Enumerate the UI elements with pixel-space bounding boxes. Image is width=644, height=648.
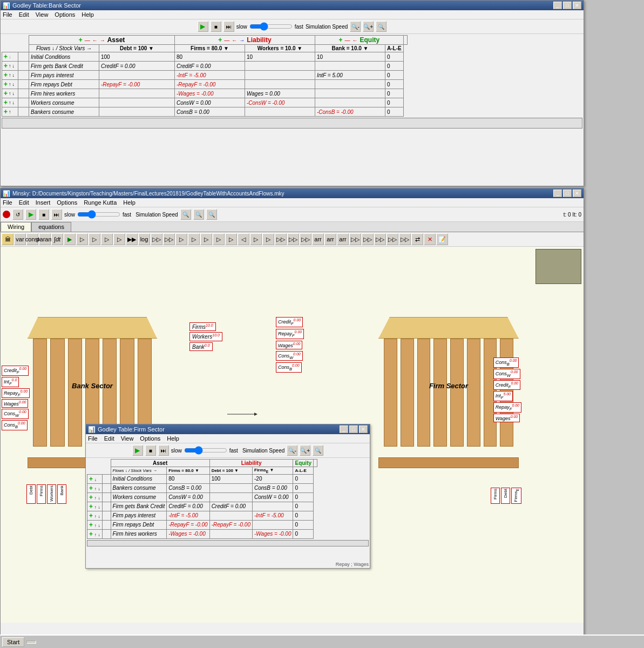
workers-account-box[interactable]: Workers10.0 [189, 332, 222, 341]
row1-add[interactable]: + [4, 53, 8, 60]
tool3-icon[interactable]: ▷ [101, 233, 113, 245]
mini-preview[interactable] [535, 249, 581, 284]
fr2-down[interactable]: ↓ [98, 487, 100, 491]
liab-minus-btn[interactable]: — [224, 37, 229, 43]
consw-center-box[interactable]: ConsW0.00 [276, 351, 303, 361]
godley-icon[interactable]: 🏛 [2, 233, 13, 245]
consb-right-box[interactable]: ConsB0.00 [493, 357, 519, 368]
tool9-icon[interactable]: ▷ [188, 233, 200, 245]
row3-up[interactable]: ↑ [9, 72, 11, 78]
firm-minimize[interactable]: _ [340, 426, 348, 433]
arr5-icon[interactable]: ▷▷ [362, 233, 374, 245]
tool5-icon[interactable]: ▶▶ [126, 233, 138, 245]
firm-zoom-in[interactable]: 🔍+ [300, 445, 310, 456]
firm-stop[interactable]: ■ [145, 445, 156, 456]
minsky-minimize[interactable]: _ [553, 190, 562, 197]
minsky-speed-slider[interactable] [77, 210, 120, 219]
arr4-icon[interactable]: ▷▷ [349, 233, 361, 245]
tool15-icon[interactable]: ▷ [262, 233, 274, 245]
fr6-down[interactable]: ↓ [98, 523, 100, 528]
repayf-right-box[interactable]: RepayF0.00 [493, 402, 521, 413]
workers-dropdown[interactable]: ▼ [297, 45, 302, 51]
equity-add-btn[interactable]: + [338, 36, 342, 44]
firm-maximize[interactable]: □ [349, 426, 358, 433]
fr3-add[interactable]: + [89, 494, 93, 501]
minimize-btn[interactable]: _ [553, 2, 562, 9]
firm-zoom-reset[interactable]: 🔍 [313, 445, 323, 456]
minsky-zoom-reset[interactable]: 🔍 [206, 209, 217, 220]
close-btn[interactable]: ✕ [573, 2, 581, 9]
tab-equations[interactable]: equations [31, 222, 71, 232]
tool8-icon[interactable]: ▷ [175, 233, 187, 245]
minsky-zoom-out[interactable]: 🔍 [180, 209, 191, 220]
speed-slider[interactable] [249, 23, 293, 30]
row6-down[interactable]: ↓ [12, 100, 15, 105]
firms-account-box[interactable]: Firms10.0 [189, 322, 216, 331]
minsky-menu-help[interactable]: Help [123, 199, 135, 206]
row4-add[interactable]: + [4, 80, 8, 88]
tool14-icon[interactable]: ▷ [250, 233, 262, 245]
row3-add[interactable]: + [4, 71, 8, 79]
tool7-icon[interactable]: ▷▷ [163, 233, 175, 245]
menu-help[interactable]: Help [82, 11, 94, 18]
menu-view[interactable]: View [36, 11, 49, 18]
taskbar-scrollbar[interactable] [26, 640, 36, 644]
fr2-add[interactable]: + [89, 484, 93, 492]
fr3-up[interactable]: ↑ [94, 496, 97, 501]
play-button[interactable]: ▶ [198, 21, 208, 32]
firm-menu-file[interactable]: File [88, 435, 98, 442]
minsky-menu-runge[interactable]: Runge Kutta [84, 199, 117, 206]
minsky-stop[interactable]: ■ [38, 209, 49, 220]
fr6-up[interactable]: ↑ [94, 523, 97, 528]
horizontal-scrollbar[interactable] [2, 118, 582, 129]
asset-minus-btn[interactable]: — [85, 37, 90, 43]
arr3-icon[interactable]: arr [337, 233, 349, 245]
param-icon[interactable]: param [39, 233, 51, 245]
fr6-add[interactable]: + [89, 521, 93, 529]
fr7-add[interactable]: + [89, 530, 93, 538]
tool1-icon[interactable]: ▷ [76, 233, 88, 245]
minsky-menu-insert[interactable]: Insert [36, 199, 51, 206]
firm-horizontal-scrollbar[interactable] [87, 540, 369, 546]
fr7-down[interactable]: ↓ [98, 532, 100, 537]
fr3-down[interactable]: ↓ [98, 496, 100, 501]
firm-menu-help[interactable]: Help [167, 435, 179, 442]
minsky-reset[interactable]: ↺ [12, 209, 23, 220]
step-button[interactable]: ⏭ [223, 21, 234, 32]
fr4-up[interactable]: ↑ [94, 505, 97, 510]
row5-down[interactable]: ↓ [12, 91, 15, 96]
minsky-menu-edit[interactable]: Edit [19, 199, 29, 206]
firm-menu-options[interactable]: Options [140, 435, 160, 442]
row2-add[interactable]: + [4, 62, 8, 70]
integral-icon[interactable]: ∫dt [51, 233, 63, 245]
firm-speed-slider[interactable] [184, 446, 227, 455]
zoom-in-btn[interactable]: 🔍+ [363, 21, 374, 32]
fr5-down[interactable]: ↓ [98, 514, 100, 519]
record-btn[interactable] [3, 211, 10, 218]
fr4-down[interactable]: ↓ [98, 505, 100, 510]
firm-zoom-out[interactable]: 🔍- [287, 445, 297, 456]
asset-arrow-right[interactable]: → [100, 37, 105, 43]
debt-dropdown[interactable]: ▼ [148, 45, 154, 51]
asset-add-btn[interactable]: + [79, 36, 83, 44]
minsky-zoom-in[interactable]: 🔍 [193, 209, 204, 220]
arr2-icon[interactable]: arr [324, 233, 336, 245]
minsky-menu-file[interactable]: File [3, 199, 12, 206]
creditf-left-box[interactable]: CreditF0.00 [2, 366, 29, 376]
tool17-icon[interactable]: ▷▷ [287, 233, 299, 245]
intf-left-box[interactable]: IntF0.0 [2, 377, 19, 387]
bank-account-box[interactable]: Bank0.0 [189, 342, 213, 351]
firm-step[interactable]: ⏭ [158, 445, 169, 456]
wages-right-box[interactable]: Wages0.00 [493, 414, 520, 422]
liab-arrow-right[interactable]: → [239, 37, 245, 43]
var-icon[interactable]: var [14, 233, 26, 245]
row3-down[interactable]: ↓ [12, 72, 15, 78]
tool12-icon[interactable]: ▷ [225, 233, 237, 245]
consw-right-box[interactable]: ConsW0.00 [493, 369, 520, 379]
arr7-icon[interactable]: ▷▷ [387, 233, 398, 245]
row6-add[interactable]: + [4, 99, 8, 106]
minsky-maximize[interactable]: □ [563, 190, 572, 197]
fr1-add[interactable]: + [89, 475, 93, 483]
arr8-icon[interactable]: ▷▷ [399, 233, 411, 245]
tool11-icon[interactable]: ▷ [213, 233, 225, 245]
